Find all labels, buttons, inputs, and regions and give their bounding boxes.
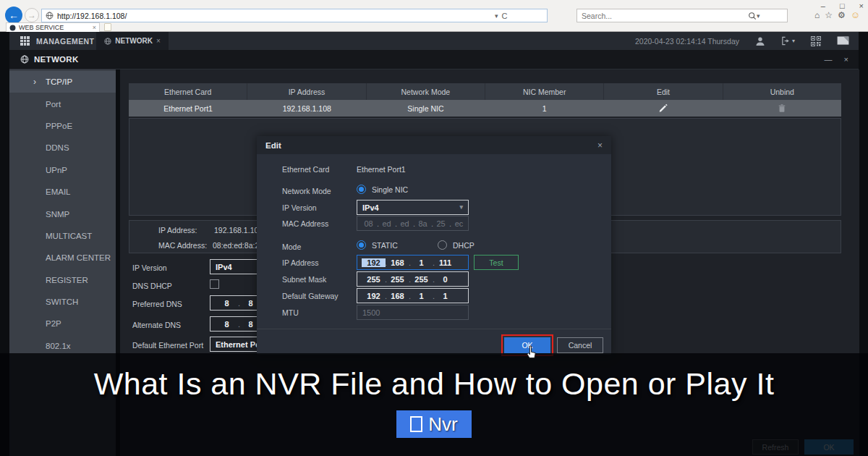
ethernet-table: Ethernet Card IP Address Network Mode NI…	[129, 83, 841, 117]
search-input[interactable]	[582, 12, 748, 20]
subnet-octet[interactable]: 0	[433, 275, 457, 284]
site-globe-icon	[46, 12, 54, 20]
dialog-cancel-button[interactable]: Cancel	[557, 337, 603, 353]
sidebar-item-multicast[interactable]: MULTICAST	[9, 225, 116, 247]
sidebar-item-email[interactable]: EMAIL	[9, 181, 116, 203]
gateway-octet[interactable]: 168	[386, 292, 409, 300]
unbind-trash-icon[interactable]	[723, 100, 841, 117]
row-ip-address: 192.168.1.108	[247, 100, 366, 117]
sidebar-item-label: TCP/IP	[46, 77, 72, 86]
dialog-divider	[257, 329, 611, 329]
browser-forward-button[interactable]: →	[25, 8, 39, 22]
col-network-mode: Network Mode	[367, 83, 485, 100]
panel-minimize-icon[interactable]: —	[825, 55, 833, 64]
management-menu[interactable]: MANAGEMENT	[36, 37, 94, 46]
dlg-mtu-input: 1500	[357, 305, 469, 320]
gateway-octet[interactable]: 1	[433, 292, 457, 300]
gateway-octet[interactable]: 192	[362, 292, 386, 300]
sidebar-item-label: DDNS	[46, 143, 69, 152]
sidebar-item-label: ALARM CENTER	[46, 253, 111, 262]
default-ethernet-port-label: Default Ethernet Port	[132, 341, 203, 350]
user-account-icon[interactable]	[755, 36, 765, 46]
ip-octet[interactable]: 111	[433, 258, 457, 267]
test-button[interactable]: Test	[474, 255, 519, 270]
caption-title: What Is an NVR File and How to Open or P…	[0, 366, 868, 402]
sidebar-item-snmp[interactable]: SNMP	[9, 203, 116, 224]
nvr-button[interactable]: Nvr	[396, 410, 472, 438]
main-menu-grid-icon[interactable]	[20, 36, 30, 46]
network-mode-radio-single-nic[interactable]: Single NIC	[357, 185, 469, 194]
sidebar-item-p2p[interactable]: P2P	[9, 313, 116, 334]
octet: 8	[215, 299, 239, 308]
radio-selected-icon	[357, 240, 366, 250]
browser-chrome: – □ × ← → ▾ C ▾ ⌂ ☆ ⚙ ☺	[0, 0, 868, 32]
url-input[interactable]	[57, 12, 491, 20]
network-globe-icon	[104, 38, 111, 45]
sidebar-item-port[interactable]: Port	[9, 93, 116, 114]
sidebar-item-switch[interactable]: SWITCH	[9, 291, 116, 313]
subnet-octet[interactable]: 255	[362, 275, 386, 284]
octet: 8	[215, 320, 239, 329]
tab-network-label: NETWORK	[115, 37, 153, 45]
sidebar-item-ddns[interactable]: DDNS	[9, 137, 116, 159]
back-icon: ←	[9, 9, 19, 21]
sidebar-item-label: PPPoE	[46, 122, 72, 130]
tab-network[interactable]: NETWORK ×	[96, 32, 169, 50]
info-ip-value: 192.168.1.108	[214, 226, 263, 235]
tab-network-close-icon[interactable]: ×	[156, 37, 161, 45]
new-tab-button[interactable]	[104, 23, 111, 31]
dlg-mac-input: 08 ed ed 8a 25 ec	[357, 216, 469, 231]
sidebar-item-tcpip[interactable]: ›TCP/IP	[9, 71, 116, 93]
home-icon[interactable]: ⌂	[814, 10, 820, 20]
dns-dhcp-checkbox[interactable]	[210, 279, 219, 289]
browser-back-button[interactable]: ←	[5, 7, 22, 24]
dlg-gateway-label: Default Gateway	[282, 292, 339, 300]
refresh-icon[interactable]: C	[502, 12, 508, 20]
dlg-ip-address-input[interactable]: 192 168 1 111	[357, 255, 469, 270]
remote-screen-icon[interactable]	[837, 36, 849, 46]
nvr-button-label: Nvr	[428, 413, 457, 436]
dlg-subnet-input[interactable]: 255 255 255 0	[357, 271, 469, 287]
feedback-smiley-icon[interactable]: ☺	[851, 9, 860, 20]
sidebar-item-pppoe[interactable]: PPPoE	[9, 115, 116, 137]
qr-code-icon[interactable]	[811, 36, 821, 46]
panel-globe-icon	[20, 55, 29, 64]
mode-radio-static[interactable]: STATIC	[357, 240, 422, 250]
sidebar-item-register[interactable]: REGISTER	[9, 269, 116, 291]
tab-close-icon[interactable]: ×	[93, 24, 96, 31]
col-nic-member: NIC Member	[485, 83, 604, 100]
dialog-cancel-label: Cancel	[569, 341, 592, 350]
panel-close-icon[interactable]: ×	[844, 55, 848, 64]
search-caret-icon[interactable]: ▾	[757, 12, 760, 20]
autocomplete-caret-icon[interactable]: ▾	[495, 12, 498, 20]
mtu-value: 1500	[362, 308, 380, 317]
settings-gear-icon[interactable]: ⚙	[838, 10, 846, 20]
ip-octet[interactable]: 168	[386, 258, 409, 267]
search-icon[interactable]	[748, 12, 757, 20]
search-bar[interactable]: ▾	[576, 9, 788, 22]
browser-tab-web-service[interactable]: WEB SERVICE ×	[6, 22, 100, 32]
ip-octet[interactable]: 1	[409, 258, 433, 267]
ip-octet[interactable]: 192	[362, 258, 386, 267]
sidebar-item-label: 802.1x	[46, 342, 71, 350]
sidebar-item-upnp[interactable]: UPnP	[9, 159, 116, 181]
subnet-octet[interactable]: 255	[386, 275, 409, 284]
sidebar-item-alarm-center[interactable]: ALARM CENTER	[9, 247, 116, 269]
radio-selected-icon	[357, 185, 366, 194]
subnet-octet[interactable]: 255	[409, 275, 433, 284]
dropdown-caret-icon: ▾	[459, 203, 463, 211]
dlg-ip-version-select[interactable]: IPv4 ▾	[357, 200, 469, 215]
panel-titlebar: NETWORK — ×	[9, 50, 859, 69]
edit-pencil-icon[interactable]	[604, 100, 723, 117]
dlg-mtu-label: MTU	[282, 308, 299, 317]
logout-icon[interactable]: ▾	[781, 36, 795, 46]
dialog-close-icon[interactable]: ×	[597, 140, 603, 151]
sidebar-item-label: Port	[46, 100, 61, 109]
dhcp-label: DHCP	[453, 241, 475, 250]
dlg-gateway-input[interactable]: 192 168 1 1	[357, 288, 469, 303]
mode-radio-dhcp[interactable]: DHCP	[438, 240, 503, 250]
address-bar[interactable]: ▾ C	[41, 9, 548, 22]
favorites-star-icon[interactable]: ☆	[825, 10, 833, 20]
gateway-octet[interactable]: 1	[409, 292, 433, 300]
dialog-titlebar: Edit ×	[257, 136, 611, 154]
